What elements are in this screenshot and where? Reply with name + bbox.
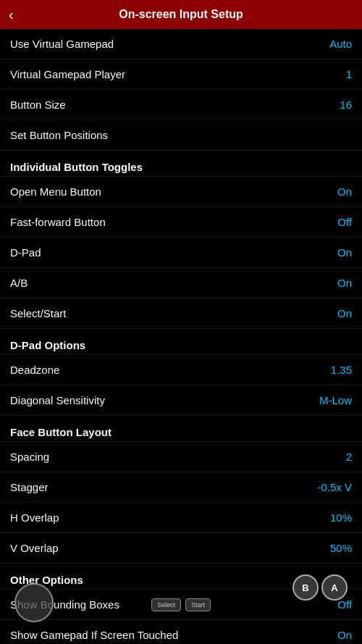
header: ‹ On-screen Input Setup [0, 0, 362, 29]
setting-row-v-overlap[interactable]: V Overlap50% [0, 533, 362, 564]
header-title: On-screen Input Setup [9, 8, 353, 21]
setting-value: On [337, 246, 352, 259]
setting-label: Open Menu Button [10, 185, 101, 198]
setting-value: 50% [330, 542, 352, 554]
setting-row-button-size[interactable]: Button Size16 [0, 90, 362, 120]
setting-value: 16 [340, 99, 352, 111]
select-btn[interactable]: Select [151, 598, 181, 611]
setting-label: Show Gamepad If Screen Touched [10, 629, 178, 641]
setting-value: On [337, 307, 352, 319]
setting-label: Stagger [10, 481, 49, 493]
setting-value: On [337, 185, 352, 198]
setting-row-a-b[interactable]: A/BOn [0, 268, 362, 298]
setting-label: Deadzone [10, 364, 59, 376]
setting-label: H Overlap [10, 511, 59, 524]
back-button[interactable]: ‹ [9, 7, 14, 23]
section-header-face-button-layout: Face Button Layout [0, 416, 362, 442]
section-label: Face Button Layout [10, 426, 111, 438]
setting-value: On [337, 629, 352, 641]
setting-value: -0.5x V [317, 481, 352, 493]
section-label: Other Options [10, 574, 83, 586]
b-button-overlay[interactable]: B [292, 574, 319, 601]
a-button-overlay[interactable]: A [321, 574, 348, 601]
setting-value: Auto [329, 38, 352, 50]
setting-value: Off [337, 216, 352, 228]
setting-row-diagonal-sensitivity[interactable]: Diagonal SensitivityM-Low [0, 385, 362, 416]
section-header-d-pad-options: D-Pad Options [0, 329, 362, 355]
settings-list: Use Virtual GamepadAutoVirtual Gamepad P… [0, 29, 362, 644]
setting-row-set-button-positions[interactable]: Set Button Positions [0, 120, 362, 151]
section-label: Individual Button Toggles [10, 161, 143, 173]
setting-row-select-start[interactable]: Select/StartOn [0, 298, 362, 329]
setting-label: Diagonal Sensitivity [10, 394, 105, 406]
setting-label: Spacing [10, 451, 49, 463]
setting-row-fast-forward-button[interactable]: Fast-forward ButtonOff [0, 207, 362, 238]
setting-label: A/B [10, 277, 28, 289]
setting-value: Off [337, 598, 352, 611]
setting-value: 10% [330, 511, 352, 524]
setting-row-virtual-gamepad-player[interactable]: Virtual Gamepad Player1 [0, 59, 362, 90]
dpad-overlay [14, 583, 54, 622]
section-label: D-Pad Options [10, 339, 85, 351]
setting-label: Virtual Gamepad Player [10, 68, 125, 80]
setting-row-use-virtual-gamepad[interactable]: Use Virtual GamepadAuto [0, 29, 362, 59]
select-start-overlay: Select Start [151, 598, 211, 611]
setting-label: Use Virtual Gamepad [10, 38, 114, 50]
setting-label: D-Pad [10, 246, 41, 259]
start-btn[interactable]: Start [185, 598, 211, 611]
setting-row-open-menu-button[interactable]: Open Menu ButtonOn [0, 177, 362, 207]
setting-label: Set Button Positions [10, 129, 108, 141]
setting-row-stagger[interactable]: Stagger-0.5x V [0, 472, 362, 503]
setting-row-show-gamepad-if-screen-touched[interactable]: Show Gamepad If Screen TouchedOn [0, 620, 362, 644]
setting-value: 1 [346, 68, 352, 80]
section-header-individual-button-toggles: Individual Button Toggles [0, 151, 362, 177]
setting-value: 1.35 [331, 364, 352, 376]
setting-value: On [337, 277, 352, 289]
setting-value: 2 [346, 451, 352, 463]
setting-value: M-Low [319, 394, 352, 406]
setting-row-d-pad[interactable]: D-PadOn [0, 238, 362, 268]
setting-label: Fast-forward Button [10, 216, 106, 228]
setting-row-h-overlap[interactable]: H Overlap10% [0, 503, 362, 533]
setting-label: Button Size [10, 99, 66, 111]
setting-row-spacing[interactable]: Spacing2 [0, 442, 362, 472]
setting-label: Select/Start [10, 307, 67, 319]
setting-label: V Overlap [10, 542, 59, 554]
setting-row-deadzone[interactable]: Deadzone1.35 [0, 355, 362, 385]
